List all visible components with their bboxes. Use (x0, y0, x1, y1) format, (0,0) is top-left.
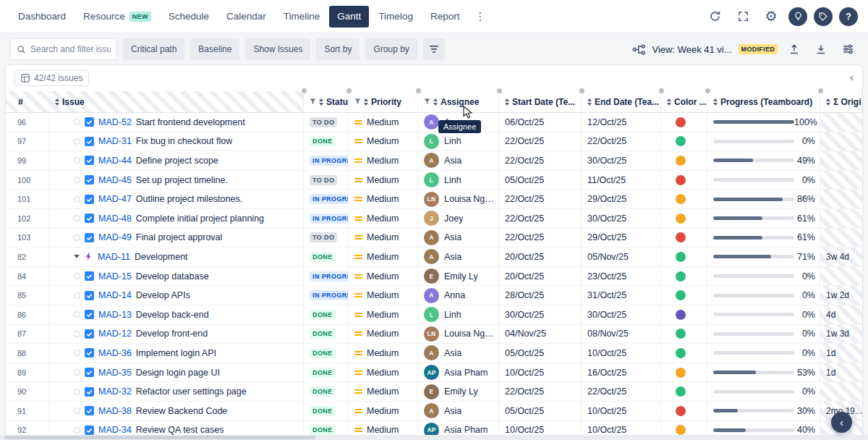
row-handle-icon[interactable] (74, 234, 80, 241)
row-handle-icon[interactable] (74, 215, 80, 221)
column-header-end[interactable]: End Date (Tea... (582, 91, 661, 112)
row-handle-icon[interactable] (74, 138, 80, 145)
toolbar-button-baseline[interactable]: Baseline (190, 38, 239, 60)
column-header-progress[interactable]: Progress (Teamboard) (707, 91, 820, 112)
search-input[interactable] (30, 44, 111, 54)
priority-cell: Medium (349, 113, 418, 132)
hscroll-thumb[interactable] (4, 436, 315, 439)
end-date: 10/Oct/25 (587, 406, 626, 416)
horizontal-scrollbar[interactable] (0, 435, 868, 440)
issue-key-link[interactable]: MAD-45 (98, 175, 132, 185)
issue-key-link[interactable]: MAD-47 (98, 194, 132, 204)
row-number: 101 (17, 195, 30, 203)
row-handle-icon[interactable] (74, 407, 80, 414)
issue-key-link[interactable]: MAD-52 (98, 117, 132, 127)
row-handle-icon[interactable] (74, 273, 80, 279)
priority-cell: Medium (349, 229, 418, 248)
toolbar-button-show-issues[interactable]: Show Issues (245, 38, 310, 60)
issue-key-link[interactable]: MAD-35 (98, 368, 132, 378)
issue-key-link[interactable]: MAD-11 (98, 252, 130, 262)
row-number: 88 (17, 349, 26, 358)
column-header-priority[interactable]: Priority (349, 91, 418, 112)
issue-key-link[interactable]: MAD-38 (98, 406, 132, 416)
nav-item-resource[interactable]: ResourceNEW (75, 6, 159, 28)
issue-key-link[interactable]: MAD-31 (98, 136, 132, 146)
assignee-name: Anna (444, 117, 465, 127)
row-handle-icon[interactable] (74, 350, 80, 356)
column-resize-handle[interactable] (705, 88, 710, 93)
nav-item-schedule[interactable]: Schedule (161, 6, 217, 28)
column-label: Priority (371, 97, 401, 107)
issue-key-link[interactable]: MAD-14 (98, 290, 132, 300)
filter-lines-icon[interactable] (423, 38, 445, 60)
column-resize-handle[interactable] (497, 88, 502, 93)
nav-item-timelog[interactable]: Timelog (370, 6, 421, 28)
issue-key-link[interactable]: MAD-15 (98, 271, 132, 282)
nav-item-calendar[interactable]: Calendar (218, 6, 274, 28)
issue-cell: MAD-15Develop database (49, 267, 304, 286)
row-handle-icon[interactable] (74, 177, 80, 183)
row-handle-icon[interactable] (74, 369, 80, 376)
column-settings-icon[interactable] (838, 39, 858, 59)
issue-key-link[interactable]: MAD-48 (98, 213, 132, 224)
issue-key-link[interactable]: MAD-13 (98, 310, 132, 320)
tag-icon[interactable] (814, 7, 833, 26)
table-row-mad-36: 88MAD-36Implement login APIDONEMediumAAs… (6, 344, 862, 363)
row-handle-icon[interactable] (74, 389, 80, 395)
color-cell (661, 113, 707, 132)
progress-cell: 0% (707, 382, 820, 401)
column-header-issue[interactable]: Issue (49, 91, 304, 112)
avatar: E (424, 384, 439, 399)
row-handle-icon[interactable] (74, 311, 80, 318)
column-header-start[interactable]: Start Date (Te... (499, 91, 582, 112)
row-handle-icon[interactable] (74, 196, 80, 203)
nav-item-dashboard[interactable]: Dashboard (10, 6, 74, 28)
status-cell: IN PROGRESS (304, 190, 349, 208)
row-handle-icon[interactable] (74, 427, 80, 433)
column-header-assignee[interactable]: Assignee (418, 91, 499, 112)
toolbar-button-sort-by[interactable]: Sort by (316, 38, 359, 60)
column-header-color[interactable]: Color ... (661, 91, 707, 112)
nav-item-timeline[interactable]: Timeline (276, 6, 328, 28)
column-resize-handle[interactable] (302, 88, 307, 93)
column-resize-handle[interactable] (346, 88, 352, 93)
priority-medium-icon (354, 293, 362, 297)
collapse-sidebar-fab[interactable]: ‹ (831, 412, 852, 433)
column-resize-handle[interactable] (416, 88, 421, 93)
end-date: 23/Oct/25 (587, 271, 626, 282)
row-handle-icon[interactable] (74, 331, 80, 337)
nav-overflow-button[interactable]: ⋮ (469, 7, 491, 26)
row-handle-icon[interactable] (74, 292, 80, 299)
toolbar-button-critical-path[interactable]: Critical path (123, 38, 184, 60)
expand-chevron-icon[interactable] (74, 255, 80, 258)
column-header-status[interactable]: Status (304, 91, 349, 112)
view-selector[interactable]: View: Week 41 vi... (652, 44, 732, 55)
toolbar-button-group-by[interactable]: Group by (365, 38, 417, 60)
issue-key-link[interactable]: MAD-12 (98, 329, 132, 339)
lightbulb-icon[interactable] (788, 7, 807, 26)
row-handle-icon[interactable] (74, 157, 80, 164)
filter-funnel-icon (354, 98, 361, 105)
nav-item-report[interactable]: Report (422, 6, 468, 28)
fullscreen-icon[interactable] (732, 6, 754, 28)
column-resize-handle[interactable] (579, 88, 584, 93)
issue-key-link[interactable]: MAD-36 (98, 348, 132, 358)
column-resize-handle[interactable] (818, 88, 823, 93)
issue-key-link[interactable]: MAD-44 (98, 156, 132, 166)
row-handle-icon[interactable] (74, 119, 80, 125)
issue-key-link[interactable]: MAD-32 (98, 386, 132, 397)
collapse-panel-chevron[interactable]: ‹ (850, 71, 854, 83)
download-icon[interactable] (811, 39, 831, 59)
issue-key-link[interactable]: MAD-34 (98, 425, 132, 435)
color-cell (661, 402, 707, 420)
help-icon[interactable]: ? (839, 7, 858, 26)
sync-icon[interactable] (704, 6, 726, 28)
upload-icon[interactable] (784, 39, 804, 59)
settings-gear-icon[interactable]: ⚙ (760, 6, 782, 28)
column-resize-handle[interactable] (659, 88, 664, 93)
nav-item-gantt[interactable]: Gantt (329, 6, 369, 28)
search-box[interactable] (10, 38, 117, 60)
column-header-num[interactable]: # (6, 91, 49, 112)
column-header-estimate[interactable]: Σ Origin... (820, 91, 862, 112)
issue-key-link[interactable]: MAD-49 (98, 232, 132, 242)
